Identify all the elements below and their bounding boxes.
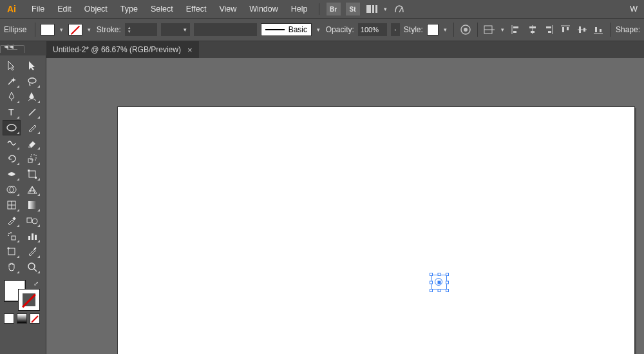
recolor-artwork-button[interactable] (459, 23, 472, 36)
arrange-documents-button[interactable] (365, 3, 379, 15)
svg-line-3 (399, 8, 402, 12)
document-tab[interactable]: Untitled-2* @ 66.67% (RGB/Preview) × (46, 41, 199, 58)
center-point-icon[interactable] (438, 281, 441, 284)
menu-object[interactable]: Object (79, 2, 113, 16)
shaper-tool[interactable] (3, 135, 21, 151)
perspective-grid-tool[interactable] (23, 182, 41, 197)
handle-sw[interactable] (430, 289, 433, 292)
svg-point-31 (7, 124, 16, 131)
slice-tool[interactable] (23, 244, 41, 259)
align-left-button[interactable] (509, 23, 522, 36)
stroke-spinner[interactable]: ▲▼ (125, 23, 134, 36)
align-bottom-button[interactable] (592, 23, 605, 36)
line-segment-tool[interactable] (23, 104, 41, 120)
align-center-v-button[interactable] (576, 23, 589, 36)
rotate-tool[interactable] (3, 151, 21, 166)
shape-builder-tool[interactable] (3, 182, 21, 197)
menu-select[interactable]: Select (145, 2, 179, 16)
workspace-switcher[interactable]: W (630, 5, 640, 14)
chevron-down-icon[interactable]: ▾ (442, 26, 449, 33)
magic-wand-tool[interactable] (3, 74, 21, 89)
handle-ne[interactable] (446, 273, 449, 276)
stroke-color-swatch[interactable] (18, 289, 40, 311)
selected-ellipse[interactable] (431, 275, 447, 290)
chevron-down-icon[interactable]: ▾ (383, 6, 389, 12)
scale-tool[interactable] (23, 151, 41, 166)
bridge-button[interactable]: Br (327, 3, 341, 15)
chevron-down-icon[interactable]: ▾ (59, 26, 65, 33)
eyedropper-tool[interactable] (3, 213, 21, 228)
work-area[interactable] (46, 58, 644, 354)
menu-file[interactable]: File (26, 2, 50, 16)
brush-definition-wrapper[interactable] (194, 23, 257, 36)
color-mode-solid[interactable] (4, 313, 14, 324)
fill-swatch[interactable] (41, 24, 55, 35)
chevron-down-icon[interactable]: ▾ (500, 26, 506, 33)
svg-line-30 (29, 109, 35, 115)
width-tool[interactable] (3, 166, 21, 182)
brush-definition[interactable]: Basic (261, 23, 312, 36)
svg-rect-35 (29, 171, 35, 177)
svg-rect-45 (27, 218, 32, 222)
handle-n[interactable] (438, 273, 441, 276)
stroke-weight-field[interactable]: ▲▼ (125, 23, 157, 36)
menu-edit[interactable]: Edit (52, 2, 77, 16)
lasso-tool[interactable] (23, 74, 41, 89)
curvature-tool[interactable] (23, 89, 41, 104)
menu-help[interactable]: Help (285, 2, 314, 16)
svg-point-27 (28, 78, 36, 83)
align-right-button[interactable] (543, 23, 556, 36)
align-center-h-button[interactable] (526, 23, 539, 36)
menu-window[interactable]: Window (243, 2, 283, 16)
svg-rect-44 (12, 217, 16, 221)
artboard-tool[interactable] (3, 244, 21, 259)
color-mode-none[interactable] (30, 313, 40, 324)
svg-rect-53 (35, 235, 37, 240)
color-mode-gradient[interactable] (17, 313, 27, 324)
opacity-flyout[interactable]: › (391, 23, 400, 36)
type-tool[interactable]: T (3, 104, 21, 120)
zoom-tool[interactable] (23, 259, 41, 275)
align-top-button[interactable] (559, 23, 572, 36)
fill-stroke-control[interactable]: ⤢ (4, 280, 40, 311)
gradient-tool[interactable] (23, 197, 41, 213)
direct-selection-tool[interactable] (23, 58, 41, 74)
hand-tool[interactable] (3, 259, 21, 275)
paintbrush-tool[interactable] (23, 120, 41, 135)
selection-tool[interactable] (3, 58, 21, 74)
mesh-tool[interactable] (3, 197, 21, 213)
stroke-weight-input[interactable] (134, 23, 157, 36)
graphic-style-swatch[interactable] (427, 24, 439, 35)
chevron-down-icon[interactable]: ▾ (86, 26, 93, 33)
pen-tool[interactable] (3, 89, 21, 104)
toolbox-grip[interactable] (0, 45, 24, 53)
handle-se[interactable] (446, 289, 449, 292)
symbol-sprayer-tool[interactable] (3, 228, 21, 244)
variable-width-profile[interactable]: ▾ (161, 23, 190, 36)
ellipse-tool[interactable] (3, 120, 21, 135)
menu-view[interactable]: View (213, 2, 242, 16)
align-to-button[interactable] (483, 23, 496, 36)
handle-w[interactable] (430, 281, 433, 284)
menu-type[interactable]: Type (115, 2, 144, 16)
swap-fill-stroke-icon[interactable]: ⤢ (33, 280, 39, 287)
handle-e[interactable] (446, 281, 449, 284)
free-transform-tool[interactable] (23, 166, 41, 182)
opacity-input[interactable]: 100% (358, 23, 387, 36)
stroke-swatch[interactable] (68, 24, 82, 35)
svg-rect-52 (32, 233, 33, 240)
handle-nw[interactable] (430, 273, 433, 276)
handle-s[interactable] (438, 289, 441, 292)
eraser-tool[interactable] (23, 135, 41, 151)
close-icon[interactable]: × (187, 45, 193, 55)
menu-effect[interactable]: Effect (180, 2, 213, 16)
separator (610, 23, 611, 37)
gpu-preview-button[interactable] (392, 3, 406, 15)
blend-tool[interactable] (23, 213, 41, 228)
artboard[interactable] (117, 106, 635, 354)
stock-button[interactable]: St (346, 3, 360, 15)
svg-rect-54 (8, 248, 15, 255)
chevron-down-icon[interactable]: ▾ (316, 26, 322, 33)
svg-rect-36 (28, 170, 30, 172)
column-graph-tool[interactable] (23, 228, 41, 244)
